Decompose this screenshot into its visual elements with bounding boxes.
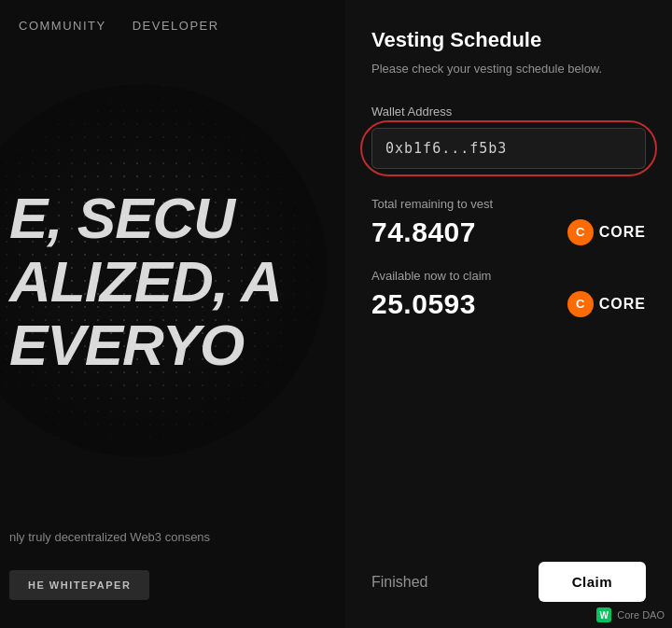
stat1-row: 74.8407 C CORE [371,216,646,248]
hero-line-1: E, SECU [9,187,282,250]
core-label-1: CORE [599,224,646,241]
wallet-label: Wallet Address [371,105,646,119]
vesting-subtitle: Please check your vesting schedule below… [371,60,646,78]
wallet-input-wrapper [371,128,646,169]
whitepaper-button[interactable]: HE WHITEPAPER [9,570,149,600]
nav-developer[interactable]: DEVELOPER [133,19,219,33]
core-label-2: CORE [599,296,646,313]
finished-label: Finished [371,574,427,591]
nav-community[interactable]: COMMUNITY [19,19,106,33]
left-nav: COMMUNITY DEVELOPER [0,0,345,51]
core-icon-2: C [567,291,594,317]
stat1-value: 74.8407 [371,216,476,248]
stat1-label: Total remaining to vest [371,197,646,211]
hero-line-2: ALIZED, A [9,250,282,314]
stat2-value: 25.0593 [371,288,476,320]
wechat-label: Core DAO [617,609,665,621]
bottom-actions: Finished Claim [371,562,646,602]
core-icon-1: C [567,219,594,245]
claim-button[interactable]: Claim [539,562,646,602]
stat2-row: 25.0593 C CORE [371,288,646,320]
hero-text-block: E, SECU ALIZED, A EVERYO [9,187,282,378]
core-badge-1: C CORE [567,219,646,245]
hero-line-3: EVERYO [9,314,282,377]
wechat-icon: W [596,607,611,622]
left-panel: COMMUNITY DEVELOPER E, SECU ALIZED, A EV… [0,0,345,628]
stat2-label: Available now to claim [371,269,646,283]
vesting-title: Vesting Schedule [371,28,646,52]
wallet-address-input[interactable] [371,128,646,169]
right-panel: Vesting Schedule Please check your vesti… [345,0,672,628]
hero-subtext: nly truly decentralized Web3 consens [9,530,210,544]
wechat-watermark: W Core DAO [596,607,665,622]
core-badge-2: C CORE [567,291,646,317]
